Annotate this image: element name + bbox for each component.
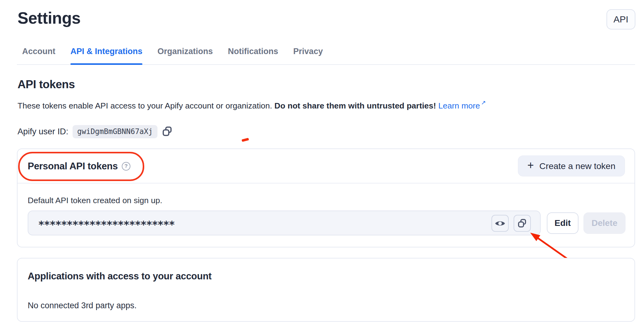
annotation-red-dash xyxy=(241,138,249,142)
eye-icon xyxy=(495,220,505,227)
description-warning: Do not share them with untrusted parties… xyxy=(274,101,436,110)
api-tokens-heading: API tokens xyxy=(18,78,75,91)
personal-tokens-header: Personal API tokens ? + Create a new tok… xyxy=(18,149,634,183)
personal-tokens-heading-row: Personal API tokens ? xyxy=(28,161,130,172)
copy-token-button[interactable] xyxy=(514,215,531,232)
create-new-token-label: Create a new token xyxy=(539,161,615,171)
delete-token-button: Delete xyxy=(583,212,626,234)
token-masked-field[interactable]: ************************ xyxy=(28,211,541,235)
learn-more-link[interactable]: Learn more xyxy=(438,101,480,110)
settings-tabs: Account API & Integrations Organizations… xyxy=(17,42,635,65)
user-id-label: Apify user ID: xyxy=(18,127,68,136)
copy-icon xyxy=(162,126,173,137)
create-new-token-button[interactable]: + Create a new token xyxy=(518,156,625,176)
personal-api-tokens-card: Personal API tokens ? + Create a new tok… xyxy=(17,148,635,247)
plus-icon: + xyxy=(527,160,534,171)
tab-account[interactable]: Account xyxy=(22,42,55,64)
applications-empty-state: No connected 3rd party apps. xyxy=(28,301,137,310)
personal-tokens-heading: Personal API tokens xyxy=(28,161,118,172)
tab-notifications[interactable]: Notifications xyxy=(228,42,278,64)
tab-organizations[interactable]: Organizations xyxy=(157,42,213,64)
api-button[interactable]: API xyxy=(606,9,635,30)
tab-api-integrations[interactable]: API & Integrations xyxy=(70,42,142,64)
copy-user-id-button[interactable] xyxy=(162,126,173,137)
page-title: Settings xyxy=(18,9,81,27)
settings-page: Settings API Account API & Integrations … xyxy=(0,0,644,335)
edit-token-button[interactable]: Edit xyxy=(547,212,578,234)
api-tokens-description: These tokens enable API access to your A… xyxy=(18,99,486,111)
description-text: These tokens enable API access to your A… xyxy=(18,101,272,110)
copy-icon xyxy=(517,219,527,228)
token-description: Default API token created on sign up. xyxy=(28,196,162,205)
help-icon[interactable]: ? xyxy=(122,162,130,171)
masked-token-value: ************************ xyxy=(38,218,174,231)
external-link-icon: ↗ xyxy=(481,99,486,106)
applications-card: Applications with access to your account… xyxy=(17,258,635,322)
api-button-label: API xyxy=(614,14,628,25)
apify-user-id-row: Apify user ID: gwiDgmBmGBNN67aXj xyxy=(18,124,173,139)
applications-heading: Applications with access to your account xyxy=(28,271,212,282)
user-id-value: gwiDgmBmGBNN67aXj xyxy=(73,125,157,138)
show-token-button[interactable] xyxy=(491,215,509,232)
tab-privacy[interactable]: Privacy xyxy=(293,42,323,64)
